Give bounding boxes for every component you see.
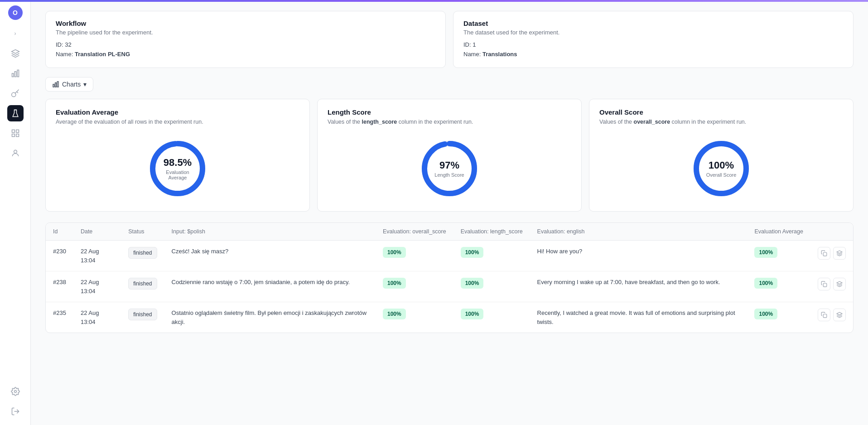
svg-point-9 [14,150,17,153]
cell-date-0: 22 Aug 13:04 [73,241,121,271]
layers-icon[interactable] [7,45,24,62]
cell-id-1: #238 [46,271,73,302]
donut-wrap-0: 98.5% Evaluation Average [56,133,299,202]
cell-english-1: Every morning I wake up at 7:00, have br… [530,271,747,302]
avatar: O [8,5,23,20]
chart-icon-small [52,81,59,88]
settings-icon[interactable] [7,383,24,400]
cell-avg-2: 100% [747,302,810,333]
chart-bar-icon[interactable] [7,65,24,82]
cell-status-1: finished [121,271,164,302]
donut-value-2: 100% [706,160,737,171]
person-icon[interactable] [7,145,24,161]
cell-english-0: Hi! How are you? [530,241,747,271]
dataset-card: Dataset The dataset used for the experim… [453,11,854,68]
cell-polish-0: Cześć! Jak się masz? [164,241,376,271]
score-badge-overall-1: 100% [383,278,406,289]
dataset-id-label: ID: [463,41,471,48]
donut-0: 98.5% Evaluation Average [146,137,209,200]
flask-icon[interactable] [7,105,24,121]
svg-rect-2 [17,70,19,77]
score-badge-avg-1: 100% [754,278,777,289]
donut-value-0: 98.5% [162,157,193,168]
grid-icon[interactable] [7,125,24,141]
table-header-row: Id Date Status Input: $polish Evaluation… [46,223,853,241]
table-row: #230 22 Aug 13:04 finished Cześć! Jak si… [46,241,853,271]
charts-dropdown-button[interactable]: Charts ▾ [45,77,93,92]
donut-1: 97% Length Score [418,137,481,200]
status-badge-2: finished [128,309,157,320]
cell-actions-1 [810,271,853,302]
dataset-detail: ID: 1 Name: Translations [463,40,843,59]
chart-desc-2: Values of the overall_score column in th… [599,118,746,126]
score-badge-overall-0: 100% [383,247,406,258]
donut-value-1: 97% [434,160,464,171]
row-action-copy-0[interactable] [818,247,830,260]
dataset-name-value: Translations [482,51,517,58]
row-action-copy-1[interactable] [818,278,830,290]
col-actions [810,223,853,241]
svg-rect-22 [823,284,827,287]
score-badge-length-0: 100% [461,247,484,258]
donut-label-0: 98.5% Evaluation Average [162,157,193,180]
key-icon[interactable] [7,85,24,101]
cell-actions-2 [810,302,853,333]
cell-status-2: finished [121,302,164,333]
dataset-id-value: 1 [473,41,476,48]
col-status: Status [121,223,164,241]
row-action-stack-2[interactable] [833,309,846,321]
row-actions-1 [818,278,846,290]
workflow-title: Workflow [56,19,435,27]
cell-date-2: 22 Aug 13:04 [73,302,121,333]
charts-dropdown-icon: ▾ [83,81,87,88]
workflow-detail: ID: 32 Name: Translation PL-ENG [56,40,435,59]
cell-id-2: #235 [46,302,73,333]
row-actions-2 [818,309,846,321]
workflow-id-value: 32 [65,41,71,48]
col-eval-avg: Evaluation Average [747,223,810,241]
chart-title-0: Evaluation Average [56,108,118,116]
svg-rect-5 [12,130,14,133]
sidebar-toggle[interactable]: › [9,27,22,40]
svg-rect-14 [57,82,58,87]
donut-wrap-2: 100% Overall Score [599,133,843,202]
cell-overall-2: 100% [376,302,453,333]
workflow-card: Workflow The pipeline used for the exper… [45,11,446,68]
cell-date-1: 22 Aug 13:04 [73,271,121,302]
workflow-id-label: ID: [56,41,63,48]
donut-label-1: 97% Length Score [434,160,464,177]
svg-rect-21 [823,253,827,256]
row-action-stack-0[interactable] [833,247,846,260]
cell-length-0: 100% [453,241,530,271]
status-badge-1: finished [128,278,157,290]
results-table-wrap: Id Date Status Input: $polish Evaluation… [45,222,854,333]
workflow-subtitle: The pipeline used for the experiment. [56,29,435,36]
svg-rect-13 [55,82,57,87]
donut-sublabel-2: Overall Score [706,172,737,177]
cell-overall-1: 100% [376,271,453,302]
cell-avg-1: 100% [747,271,810,302]
cell-actions-0 [810,241,853,271]
row-action-stack-1[interactable] [833,278,846,290]
cell-avg-0: 100% [747,241,810,271]
top-gradient-bar [0,0,868,2]
results-table: Id Date Status Input: $polish Evaluation… [46,223,853,333]
row-action-copy-2[interactable] [818,309,830,321]
chart-card-length-score: Length Score Values of the length_score … [317,99,582,212]
donut-2: 100% Overall Score [690,137,753,200]
svg-rect-0 [12,73,13,77]
table-row: #235 22 Aug 13:04 finished Ostatnio oglą… [46,302,853,333]
score-badge-overall-2: 100% [383,309,406,319]
main-content: Workflow The pipeline used for the exper… [31,0,868,425]
chart-card-evaluation-average: Evaluation Average Average of the evalua… [45,99,310,212]
logout-icon[interactable] [7,403,24,420]
dataset-name-label: Name: [463,51,481,58]
col-eval-length: Evaluation: length_score [453,223,530,241]
workflow-name-value: Translation PL-ENG [75,51,130,58]
svg-rect-12 [53,84,54,87]
info-cards: Workflow The pipeline used for the exper… [45,11,854,68]
sidebar: O › [0,0,31,425]
col-input-polish: Input: $polish [164,223,376,241]
chart-title-1: Length Score [328,108,371,116]
svg-point-3 [11,92,15,97]
